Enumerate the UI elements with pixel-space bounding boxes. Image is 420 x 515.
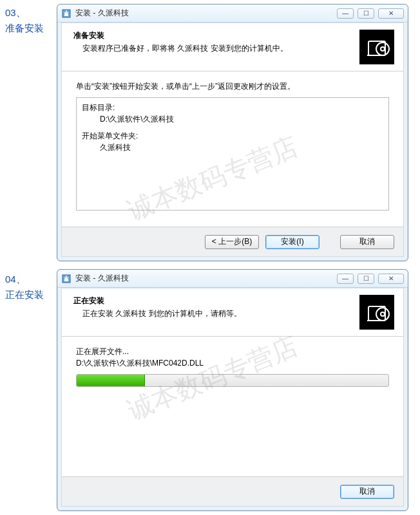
back-button-label: < 上一步(B) — [212, 236, 252, 247]
step-03-label: 03、 准备安装 — [5, 5, 44, 36]
cancel-button-label: 取消 — [359, 236, 375, 247]
window-controls: ― ☐ ✕ — [337, 8, 404, 19]
cancel-button[interactable]: 取消 — [340, 485, 394, 499]
wizard-footer: 取消 — [62, 476, 403, 506]
installer-icon — [61, 8, 72, 19]
svg-point-3 — [376, 42, 389, 55]
maximize-button[interactable]: ☐ — [358, 274, 374, 284]
step-03-num: 03、 — [5, 7, 26, 18]
window-title: 安装 - 久派科技 — [75, 8, 337, 19]
minimize-button[interactable]: ― — [337, 274, 354, 284]
install-button-label: 安装(I) — [281, 236, 303, 247]
header-title: 正在安装 — [73, 295, 359, 306]
maximize-button[interactable]: ☐ — [358, 8, 374, 19]
titlebar[interactable]: 安装 - 久派科技 ― ☐ ✕ — [57, 5, 408, 23]
wizard-header: 正在安装 正在安装 久派科技 到您的计算机中，请稍等。 — [62, 288, 403, 337]
header-subtitle: 安装程序已准备好，即将将 久派科技 安装到您的计算机中。 — [73, 42, 359, 54]
start-menu-value: 久派科技 — [82, 142, 383, 153]
svg-point-9 — [381, 312, 385, 316]
target-dir-value: D:\久派软件\久派科技 — [82, 113, 383, 125]
minimize-button[interactable]: ― — [337, 8, 354, 19]
svg-point-4 — [381, 47, 385, 51]
extract-path: D:\久派软件\久派科技\MFC042D.DLL — [76, 357, 389, 369]
summary-box[interactable]: 目标目录: D:\久派软件\久派科技 开始菜单文件夹: 久派科技 — [76, 97, 389, 211]
extract-label: 正在展开文件... — [76, 346, 389, 357]
cancel-button[interactable]: 取消 — [340, 235, 394, 249]
instruction-text: 单击“安装”按钮开始安装，或单击“上一步”返回更改刚才的设置。 — [76, 80, 389, 92]
progress-fill — [77, 375, 145, 386]
svg-point-8 — [376, 308, 389, 321]
wizard-footer: < 上一步(B) 安装(I) 取消 — [62, 227, 403, 256]
wizard-body: 正在展开文件... D:\久派软件\久派科技\MFC042D.DLL — [62, 337, 403, 476]
close-button[interactable]: ✕ — [378, 274, 404, 284]
step-04-text: 正在安装 — [5, 289, 44, 300]
install-button[interactable]: 安装(I) — [265, 235, 320, 249]
back-button[interactable]: < 上一步(B) — [205, 235, 259, 249]
step-03-text: 准备安装 — [5, 23, 44, 33]
installer-icon — [61, 274, 72, 284]
close-button[interactable]: ✕ — [378, 8, 404, 19]
step-04-label: 04、 正在安装 — [5, 272, 44, 303]
titlebar[interactable]: 安装 - 久派科技 ― ☐ ✕ — [57, 270, 408, 288]
header-title: 准备安装 — [73, 30, 359, 41]
cancel-button-label: 取消 — [359, 486, 375, 497]
installer-window-ready: 安装 - 久派科技 ― ☐ ✕ 准备安装 安装程序已准备好，即将将 久派科技 安… — [57, 4, 408, 261]
disc-icon — [359, 30, 394, 64]
target-dir-label: 目标目录: — [82, 102, 383, 113]
window-content: 准备安装 安装程序已准备好，即将将 久派科技 安装到您的计算机中。 单击“安装”… — [61, 23, 404, 257]
header-subtitle: 正在安装 久派科技 到您的计算机中，请稍等。 — [73, 308, 359, 319]
step-04-num: 04、 — [5, 274, 26, 285]
window-controls: ― ☐ ✕ — [337, 274, 404, 284]
installer-window-progress: 安装 - 久派科技 ― ☐ ✕ 正在安装 正在安装 久派科技 到您的计算机中，请… — [57, 269, 408, 511]
wizard-header: 准备安装 安装程序已准备好，即将将 久派科技 安装到您的计算机中。 — [62, 23, 403, 71]
start-menu-label: 开始菜单文件夹: — [82, 130, 383, 142]
wizard-body: 单击“安装”按钮开始安装，或单击“上一步”返回更改刚才的设置。 目标目录: D:… — [62, 71, 403, 227]
progress-bar — [76, 374, 389, 387]
disc-icon — [359, 295, 394, 330]
window-content: 正在安装 正在安装 久派科技 到您的计算机中，请稍等。 正在展开文件... D:… — [61, 288, 404, 507]
window-title: 安装 - 久派科技 — [75, 273, 337, 284]
